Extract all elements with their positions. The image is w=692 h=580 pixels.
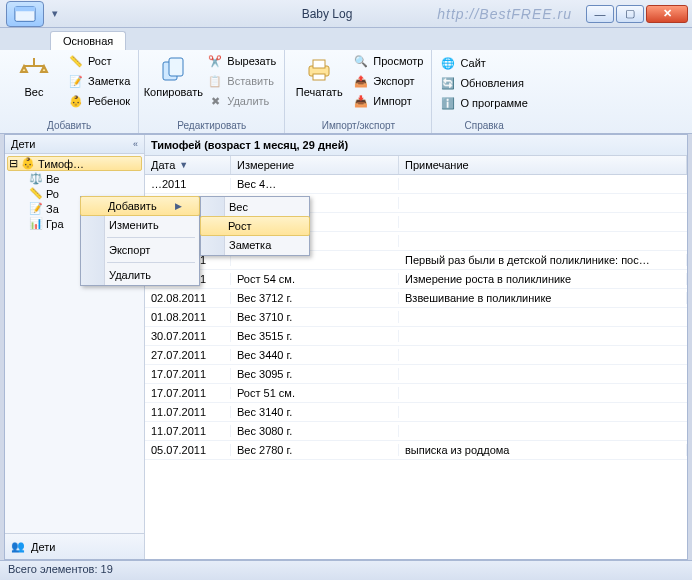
ctx-add[interactable]: Добавить▶ [80,196,200,216]
add-child-button[interactable]: 👶Ребенок [66,92,132,110]
table-row[interactable]: 02.08.2011Вес 3712 г.Взвешивание в полик… [145,289,687,308]
status-bar: Всего элементов: 19 [0,560,692,580]
cell-date: 11.07.2011 [145,406,231,418]
label: Вес [25,86,44,98]
paste-button: 📋Вставить [205,72,278,90]
table-row[interactable]: 30.07.2011Вес 3515 г. [145,327,687,346]
table-row[interactable]: 11.07.2011Вес 3140 г. [145,403,687,422]
import-button[interactable]: 📥Импорт [351,92,425,110]
cell-measure: Вес 2780 г. [231,444,399,456]
ctx-delete[interactable]: Удалить [81,265,199,285]
cell-date: 02.08.2011 [145,292,231,304]
window-title: Baby Log [68,7,586,21]
maximize-button[interactable]: ▢ [616,5,644,23]
cell-measure: Вес 3095 г. [231,368,399,380]
sidebar-header: Дети « [5,135,144,154]
tree-node-weight[interactable]: ⚖️Ве [7,171,142,186]
ctx-edit[interactable]: Изменить [81,215,199,235]
cell-date: 17.07.2011 [145,368,231,380]
collapse-sidebar-button[interactable]: « [133,139,138,149]
tree-node-root[interactable]: ⊟ 👶 Тимоф… [7,156,142,171]
tab-main[interactable]: Основная [50,31,126,50]
cell-measure: Вес 3140 г. [231,406,399,418]
qat-dropdown-icon[interactable]: ▾ [52,7,68,20]
globe-icon: 🌐 [440,55,456,71]
site-button[interactable]: 🌐Сайт [438,54,529,72]
copy-icon [157,54,189,86]
ctx-add-weight[interactable]: Вес [201,197,311,217]
app-menu-button[interactable] [6,1,44,27]
scales-icon: ⚖️ [29,172,43,185]
cell-note: Измерение роста в поликлинике [399,273,687,285]
refresh-icon: 🔄 [440,75,456,91]
export-button[interactable]: 📤Экспорт [351,72,425,90]
cell-measure: Рост 54 см. [231,273,399,285]
about-button[interactable]: ℹ️О программе [438,94,529,112]
ribbon: Вес 📏Рост 📝Заметка 👶Ребенок Добавить Коп… [0,50,692,134]
ribbon-tabstrip: Основная [0,28,692,50]
close-button[interactable]: ✕ [646,5,688,23]
cut-button[interactable]: ✂️Вырезать [205,52,278,70]
magnifier-icon: 🔍 [353,53,369,69]
table-row[interactable]: 02.08.2011Рост 54 см.Измерение роста в п… [145,270,687,289]
ctx-export[interactable]: Экспорт [81,240,199,260]
export-icon: 📤 [353,73,369,89]
cell-measure: Вес 3712 г. [231,292,399,304]
ctx-add-note[interactable]: Заметка [201,235,311,255]
column-header-measure[interactable]: Измерение [231,156,399,174]
cell-measure: Вес 3080 г. [231,425,399,437]
print-button[interactable]: Печатать [291,52,347,98]
column-header-note[interactable]: Примечание [399,156,687,174]
import-icon: 📥 [353,93,369,109]
table-row[interactable]: 11.07.2011Вес 3080 г. [145,422,687,441]
cell-date: 27.07.2011 [145,349,231,361]
add-note-button[interactable]: 📝Заметка [66,72,132,90]
cell-date: 01.08.2011 [145,311,231,323]
sort-desc-icon: ▼ [179,160,188,170]
cell-date: 05.07.2011 [145,444,231,456]
context-menu: Добавить▶ Изменить Экспорт Удалить [80,196,200,286]
column-header-date[interactable]: Дата▼ [145,156,231,174]
submenu-arrow-icon: ▶ [175,201,182,211]
add-weight-button[interactable]: Вес [6,52,62,98]
table-row[interactable]: 17.07.2011Вес 3095 г. [145,365,687,384]
cell-measure: Вес 3710 г. [231,311,399,323]
cell-measure: Вес 3515 г. [231,330,399,342]
cell-note: Взвешивание в поликлинике [399,292,687,304]
delete-button: ✖Удалить [205,92,278,110]
table-row[interactable]: 17.07.2011Рост 51 см. [145,384,687,403]
ctx-add-height[interactable]: Рост [200,216,310,236]
group-label: Добавить [6,119,132,133]
cell-measure: Вес 3440 г. [231,349,399,361]
table-row[interactable]: 01.08.2011Вес 3710 г. [145,308,687,327]
table-row[interactable]: 05.07.2011Вес 2780 г.выписка из роддома [145,441,687,460]
cell-measure: Рост 51 см. [231,387,399,399]
minimize-button[interactable]: — [586,5,614,23]
paste-icon: 📋 [207,73,223,89]
info-icon: ℹ️ [440,95,456,111]
cell-note: выписка из роддома [399,444,687,456]
cell-date: 11.07.2011 [145,425,231,437]
cell-note: Первый раз были в детской поликлинике: п… [399,254,687,266]
people-icon: 👥 [11,540,25,553]
cell-date: 17.07.2011 [145,387,231,399]
ribbon-group-edit: Копировать ✂️Вырезать 📋Вставить ✖Удалить… [139,50,285,133]
sidebar-category-children[interactable]: 👥 Дети [5,533,144,559]
child-icon: 👶 [21,157,35,170]
svg-rect-5 [313,60,325,68]
grid-header: Дата▼ Измерение Примечание [145,156,687,175]
ruler-icon: 📏 [29,187,43,200]
preview-button[interactable]: 🔍Просмотр [351,52,425,70]
updates-button[interactable]: 🔄Обновления [438,74,529,92]
note-icon: 📝 [29,202,43,215]
add-height-button[interactable]: 📏Рост [66,52,132,70]
svg-rect-6 [313,74,325,80]
copy-button[interactable]: Копировать [145,52,201,98]
cell-measure: Вес 4… [231,178,399,190]
scales-icon [18,54,50,86]
table-row[interactable]: 27.07.2011Вес 3440 г. [145,346,687,365]
svg-rect-3 [169,58,183,76]
table-row[interactable]: …2011Вес 4… [145,175,687,194]
svg-rect-1 [15,7,35,12]
chart-icon: 📊 [29,217,43,230]
